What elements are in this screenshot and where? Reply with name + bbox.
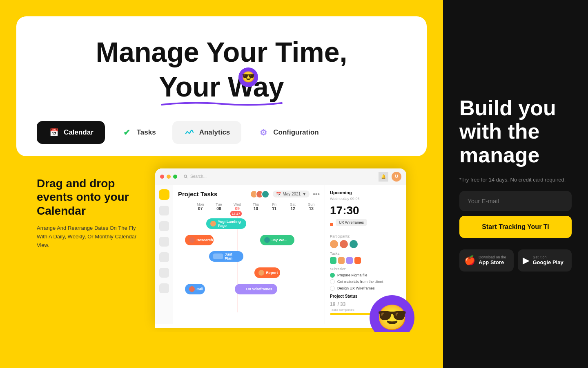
gantt-bar-cali: Cali: [185, 284, 205, 294]
mockup-controls: 📅 May 2021 ▼ •••: [252, 190, 320, 198]
notification-icon[interactable]: 🔔: [379, 172, 388, 182]
subtask-2: Get materials from the client: [330, 279, 401, 284]
hero-title-line2: Your Way: [159, 71, 284, 102]
task-icon-2: [338, 257, 345, 264]
hero-title-line2-wrap: 😎 Your Way: [37, 72, 406, 106]
subtask-check-3: [330, 286, 335, 291]
play-store-name: Google Play: [533, 259, 564, 265]
mockup-app-sidebar: [155, 185, 173, 324]
analytics-tab-icon: [184, 127, 195, 138]
day-sat: Sat 12: [284, 202, 301, 211]
bar-report-label: Report: [266, 271, 278, 275]
participant-1: [330, 240, 338, 248]
right-section: Build youwith themanage *Try free for 14…: [443, 0, 588, 368]
progress-divider: / 33: [337, 301, 345, 307]
tasks-section-label: Tasks:: [330, 251, 401, 256]
task-icons: [330, 257, 401, 264]
trial-text: *Try free for 14 days. No credit card re…: [459, 177, 572, 183]
gantt-bar-yogi: Yogi Landing Page: [206, 218, 246, 229]
gantt-bar-research: Research: [185, 235, 213, 245]
store-buttons: 🍎 Download on the App Store ▶ Get it on …: [459, 249, 572, 272]
config-tab-icon: ⚙: [258, 127, 269, 138]
gantt-bar-ux: UX Wireframes: [235, 284, 277, 294]
feature-title: Drag and drop events onto your Calendar: [37, 177, 139, 218]
participant-2: [340, 240, 348, 248]
calendar-tab-icon: 📅: [48, 127, 60, 138]
sidebar-home-icon: [159, 189, 169, 200]
bar-ux-label: UX Wireframes: [246, 287, 272, 291]
subtask-check-2: [330, 279, 335, 284]
mockup-body: Project Tasks 📅 May 2021 ▼: [155, 185, 406, 324]
project-title: Project Tasks: [178, 191, 217, 197]
play-store-sub: Get it on: [533, 255, 564, 259]
cta-button[interactable]: Start Tracking Your Ti: [459, 216, 572, 238]
subtasks-section-label: Subtasks:: [330, 267, 401, 271]
onboard-avatars: [252, 190, 270, 198]
sidebar-clock-icon: [159, 252, 169, 262]
more-options-icon[interactable]: •••: [313, 191, 320, 198]
participants-label: Participants:: [330, 234, 401, 238]
day-wed: Wed 09: [229, 202, 246, 211]
event-label: UX Wireframes: [336, 219, 367, 226]
tab-configuration-label: Configuration: [273, 128, 318, 137]
svg-point-0: [184, 175, 187, 177]
tab-analytics[interactable]: Analytics: [172, 121, 242, 144]
tab-calendar-label: Calendar: [64, 128, 94, 137]
upcoming-date: Wednesday 09:05: [330, 197, 401, 201]
analytics-wave-icon: [185, 128, 194, 137]
tab-analytics-label: Analytics: [199, 128, 230, 137]
upcoming-time: 17:30: [330, 204, 401, 217]
feature-text: Drag and drop events onto your Calendar …: [37, 168, 139, 250]
svg-line-1: [187, 177, 188, 178]
mockup-titlebar: Search... 🔔 U: [155, 168, 406, 185]
gantt-chart: 17:27 Yogi Landing Page Research: [178, 214, 320, 312]
emoji-bubble: 😎: [238, 67, 258, 87]
sidebar-menu-icon: [159, 237, 169, 247]
participant-avatars: [330, 240, 401, 248]
date-label: May 2021: [283, 192, 301, 196]
date-picker[interactable]: 📅 May 2021 ▼: [273, 191, 310, 197]
email-input[interactable]: [459, 191, 572, 211]
subtask-label-1: Prepare Figma file: [337, 273, 368, 277]
left-section: Manage Your Time, 😎 Your Way 📅 Calendar …: [0, 0, 443, 368]
main-card: Manage Your Time, 😎 Your Way 📅 Calendar …: [16, 16, 427, 156]
upcoming-label: Upcoming: [330, 190, 401, 195]
progress-bar-fill: [330, 313, 372, 315]
app-store-button[interactable]: 🍎 Download on the App Store: [459, 249, 514, 272]
subtask-check-1: [330, 273, 335, 278]
tab-calendar[interactable]: 📅 Calendar: [37, 121, 105, 144]
user-avatar-top: U: [392, 172, 401, 182]
app-store-text: Download on the App Store: [479, 255, 506, 265]
play-store-button[interactable]: ▶ Get it on Google Play: [518, 249, 572, 272]
app-mockup: Search... 🔔 U: [155, 168, 406, 328]
sidebar-settings-icon: [159, 283, 169, 293]
day-fri: Fri 11: [266, 202, 283, 211]
mockup-search-bar[interactable]: Search...: [180, 173, 376, 180]
play-store-text: Get it on Google Play: [533, 255, 564, 265]
task-icon-1: [330, 257, 336, 264]
gantt-bar-jay: Jay We...: [260, 235, 294, 245]
time-indicator-line: 17:27: [238, 214, 238, 312]
week-header: Mon 07 Tue 08 Wed 09 Thu: [178, 202, 320, 211]
mockup-main-content: Project Tasks 📅 May 2021 ▼: [173, 185, 325, 324]
titlebar-dot-yellow: [167, 175, 171, 179]
day-mon: Mon 07: [192, 202, 209, 211]
tasks-tab-icon: ✔: [121, 127, 133, 138]
day-tue: Tue 08: [210, 202, 227, 211]
day-thu: Thu 10: [247, 202, 264, 211]
mockup-header: Project Tasks 📅 May 2021 ▼: [178, 190, 320, 198]
bar-yogi-label: Yogi Landing Page: [218, 220, 242, 228]
gantt-bar-report: Report: [254, 267, 280, 278]
search-placeholder-text: Search...: [190, 174, 207, 179]
app-store-sub: Download on the: [479, 255, 506, 259]
subtask-label-2: Get materials from the client: [337, 280, 383, 284]
tab-tasks[interactable]: ✔ Tasks: [110, 121, 167, 144]
tab-tasks-label: Tasks: [137, 128, 156, 137]
apple-icon: 🍎: [464, 255, 475, 266]
hero-title-line1: Manage Your Time,: [37, 37, 406, 67]
tab-configuration[interactable]: ⚙ Configuration: [246, 121, 330, 144]
bar-cali-label: Cali: [196, 287, 203, 291]
sidebar-user-icon: [159, 221, 169, 231]
participant-3: [350, 240, 358, 248]
right-title: Build youwith themanage: [459, 96, 572, 167]
